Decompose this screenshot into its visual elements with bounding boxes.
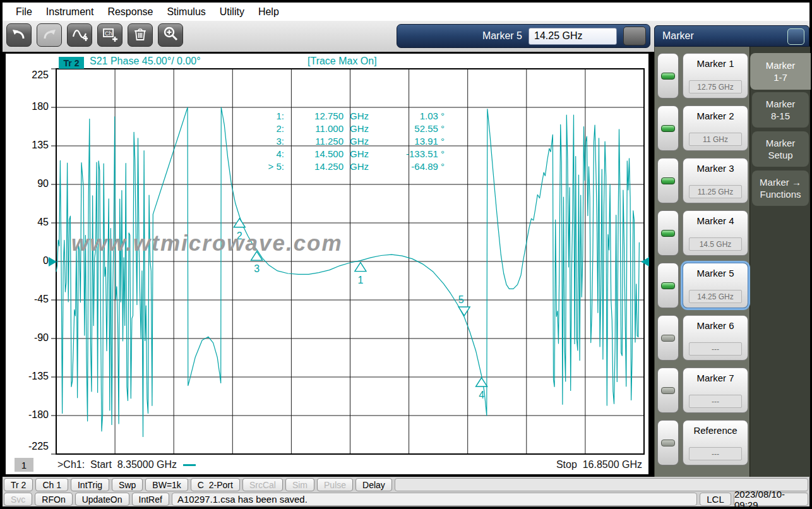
delete-icon [132,26,148,44]
readout-index: 2: [256,123,284,135]
marker-toggle-marker-6[interactable] [657,315,679,361]
add-channel-icon: Ch [102,26,118,44]
marker-button-value: 11 GHz [689,133,742,146]
marker-button-value: --- [689,395,742,408]
status-button-rfon[interactable]: RFOn [35,493,72,506]
delete-button[interactable] [128,23,153,47]
readout-unit: GHz [343,135,376,148]
readout-unit: GHz [343,123,376,135]
marker-toggle-reference[interactable] [657,420,679,465]
led-indicator-on [661,73,675,80]
svg-text:Ch: Ch [105,30,112,37]
menu-file[interactable]: File [10,6,40,18]
marker-toggle-marker-1[interactable] [657,53,679,99]
readout-frequency: 14.500 [284,148,343,160]
undo-button[interactable] [6,23,32,47]
trace-annotation: [Trace Max On] [307,56,377,67]
trace-marker-label-5: 5 [458,294,464,305]
readout-index: 3: [256,135,284,148]
readout-row: > 5:14.250GHz-64.89 ° [256,160,445,173]
marker-button-label: Marker 2 [683,111,748,121]
marker-frequency-input[interactable] [528,28,617,45]
readout-frequency: 14.250 [284,160,343,173]
menu-utility[interactable]: Utility [214,6,253,18]
marker-button-marker-1[interactable]: Marker 112.75 GHz [683,53,748,99]
status-timestamp: 2023/08/10-09:29 [734,493,808,506]
trace-marker-5[interactable] [458,307,470,316]
marker-button-marker-6[interactable]: Marker 6--- [683,315,748,361]
y-tick-45: 45 [21,217,49,228]
marker-toggle-marker-5[interactable] [657,263,679,308]
trace-marker-label-1: 1 [357,275,363,285]
led-indicator-on [661,177,675,184]
zoom-button[interactable] [158,23,183,47]
marker-button-marker-2[interactable]: Marker 211 GHz [683,105,748,151]
status-button-inttrig[interactable]: IntTrig [71,478,109,491]
readout-unit: GHz [343,160,376,173]
led-indicator-off [661,387,675,394]
marker-panel-title: Marker [662,30,694,42]
marker-toggle-marker-3[interactable] [657,158,679,203]
watermark: www.wtmicrowave.com [71,231,343,256]
y-tick-225: 225 [21,69,49,81]
marker-toggle-marker-2[interactable] [657,105,679,151]
marker-button-marker-3[interactable]: Marker 311.25 GHz [683,158,748,203]
add-trace-button[interactable] [67,23,92,47]
status-lcl: LCL [700,493,731,506]
status-button-delay[interactable]: Delay [355,478,392,491]
status-button-bw-1k[interactable]: BW=1k [145,478,188,491]
status-row-1: Tr 2Ch 1IntTrigSwpBW=1kC 2-PortSrcCalSim… [4,478,808,491]
status-button-tr-2[interactable]: Tr 2 [4,478,33,491]
marker-button-label: Marker 3 [683,163,748,174]
status-button-swp[interactable]: Swp [112,478,143,491]
status-button-updateon[interactable]: UpdateOn [75,493,129,506]
trace-marker-4[interactable] [476,378,487,386]
marker-button-marker-7[interactable]: Marker 7--- [683,368,748,413]
y-tick-180: 180 [21,101,49,112]
keypad-button[interactable] [623,27,646,45]
zoom-icon [162,26,179,44]
y-tick--90: -90 [21,332,49,344]
marker-button-reference[interactable]: Reference--- [683,420,748,465]
status-button-c-2-port[interactable]: C 2-Port [191,478,240,491]
readout-value: 1.03 ° [376,110,445,123]
menu-bar: FileInstrumentResponseStimulusUtilityHel… [3,3,809,21]
close-button[interactable] [787,28,804,45]
marker-button-marker-4[interactable]: Marker 414.5 GHz [683,210,748,256]
menu-stimulus[interactable]: Stimulus [161,6,213,18]
menu-help[interactable]: Help [253,6,287,18]
readout-unit: GHz [343,110,376,123]
status-button-pulse: Pulse [317,478,353,491]
tab-marker-functions[interactable]: Marker →Functions [752,171,809,206]
y-tick--225: -225 [21,441,49,452]
readout-index: 1: [256,110,284,123]
add-channel-button[interactable]: Ch [97,23,122,47]
readout-frequency: 12.750 [284,110,343,123]
tab-marker-1-7[interactable]: Marker1-7 [750,53,811,90]
status-button-ch-1[interactable]: Ch 1 [35,478,68,491]
tab-marker-setup[interactable]: MarkerSetup [752,131,809,167]
marker-button-marker-5[interactable]: Marker 514.25 GHz [683,263,748,308]
marker-toggle-marker-7[interactable] [657,368,679,413]
status-button-intref[interactable]: IntRef [132,493,169,506]
menu-instrument[interactable]: Instrument [40,6,102,18]
readout-index: 4: [256,148,284,160]
marker-toggle-marker-4[interactable] [657,210,679,256]
channel-badge: 1 [15,458,33,472]
readout-value: -64.89 ° [376,160,445,173]
status-button-sim: Sim [285,478,314,491]
led-indicator-off [661,440,675,446]
marker-panel-titlebar: Marker [654,25,809,47]
marker-button-value: 14.25 GHz [689,290,742,303]
trace-marker-1[interactable] [355,263,366,272]
sweep-start-label: >Ch1: Start 8.35000 GHz [57,459,196,470]
trace-badge: Tr 2 [59,57,84,69]
trace-title: S21 Phase 45.00°/ 0.00° [90,56,201,67]
status-row-2: SvcRFOnUpdateOnIntRefA10297.1.csa has be… [4,493,808,506]
menu-response[interactable]: Response [102,6,161,18]
y-tick--135: -135 [21,371,49,382]
undo-icon [11,26,27,44]
y-tick-90: 90 [21,178,49,189]
marker-button-value: --- [689,342,742,356]
tab-marker-8-15[interactable]: Marker8-15 [752,92,809,128]
